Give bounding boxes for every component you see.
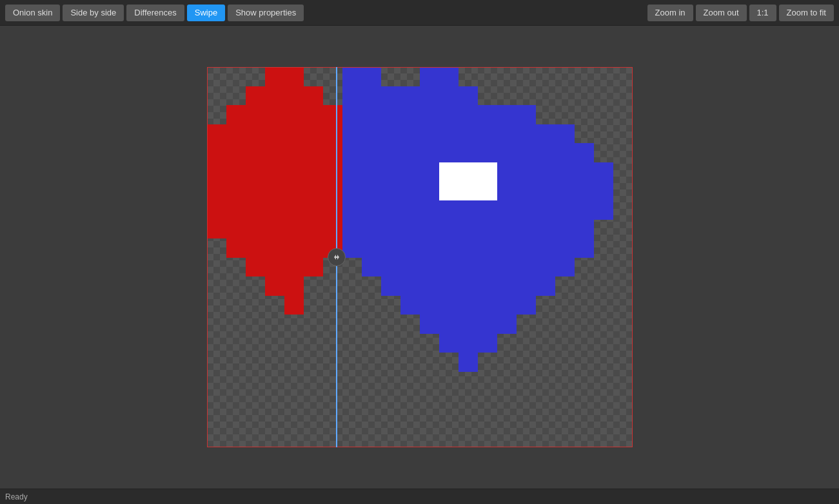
canvas-border-green [207,67,633,447]
zoom-group: Zoom in Zoom out 1:1 Zoom to fit [647,5,834,21]
main-area [0,26,839,489]
side-by-side-button[interactable]: Side by side [63,5,124,21]
toolbar: Onion skin Side by side Differences Swip… [0,0,839,26]
zoom-out-button[interactable]: Zoom out [696,5,747,21]
zoom-1-1-button[interactable]: 1:1 [749,5,776,21]
svg-marker-67 [334,255,339,260]
differences-button[interactable]: Differences [126,5,184,21]
zoom-fit-button[interactable]: Zoom to fit [779,5,834,21]
swipe-button[interactable]: Swipe [187,5,225,21]
canvas-wrapper[interactable] [207,67,633,447]
onion-skin-button[interactable]: Onion skin [5,5,60,21]
swipe-handle[interactable] [328,248,346,266]
statusbar: Ready [0,489,839,504]
status-text: Ready [5,492,28,501]
zoom-in-button[interactable]: Zoom in [647,5,693,21]
show-properties-button[interactable]: Show properties [228,5,304,21]
swipe-arrows-icon [331,252,342,262]
swipe-divider[interactable] [336,67,337,447]
